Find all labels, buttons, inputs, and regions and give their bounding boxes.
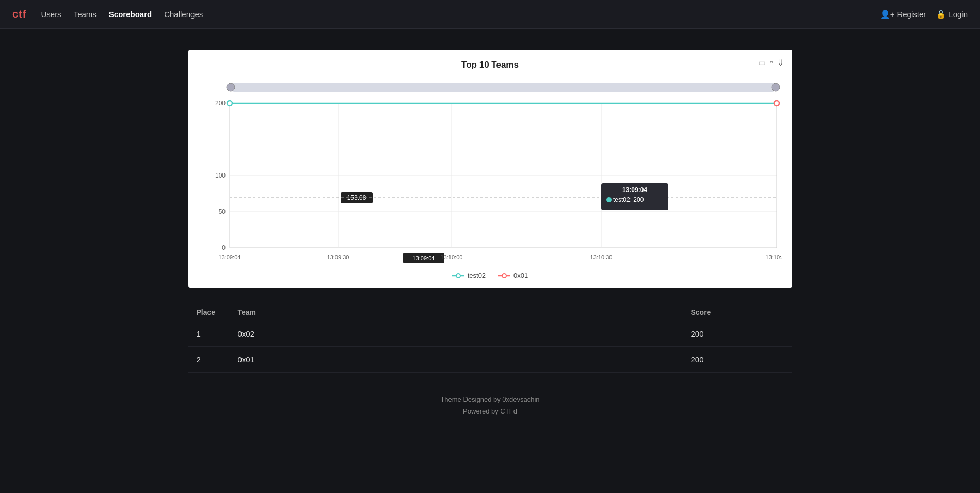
register-link[interactable]: 👤+ Register [880, 10, 926, 19]
svg-text:100: 100 [215, 172, 225, 179]
svg-text:50: 50 [218, 208, 226, 215]
svg-text:13:09:30: 13:09:30 [327, 254, 349, 260]
chart-legend: test02 0x01 [199, 272, 782, 279]
row1-team: 0x02 [238, 329, 691, 338]
svg-text:153.08: 153.08 [347, 194, 366, 201]
nav-teams[interactable]: Teams [74, 10, 97, 19]
register-icon: 👤+ [880, 10, 895, 19]
legend-test02-label: test02 [468, 272, 486, 279]
table-row[interactable]: 1 0x02 200 [188, 321, 792, 347]
svg-text:13:09:04: 13:09:04 [218, 254, 240, 260]
login-icon: 🔓 [936, 10, 946, 19]
legend-0x01-label: 0x01 [513, 272, 528, 279]
svg-point-19 [774, 101, 779, 106]
svg-text:13:10:50: 13:10:50 [765, 254, 781, 260]
svg-point-26 [606, 197, 612, 202]
chart-card: Top 10 Teams ▭ ▫ ⇓ [188, 50, 792, 288]
svg-point-36 [456, 274, 460, 278]
svg-text:13:09:04: 13:09:04 [412, 255, 435, 261]
footer-line1: Theme Designed by 0xdevsachin [440, 393, 539, 405]
col-score: Score [691, 308, 784, 316]
svg-text:13:10:00: 13:10:00 [440, 254, 462, 260]
legend-test02: test02 [452, 272, 486, 279]
svg-text:test02: 200: test02: 200 [613, 196, 644, 203]
svg-text:200: 200 [215, 100, 225, 107]
svg-text:0: 0 [222, 244, 226, 251]
footer-line2: Powered by CTFd [440, 405, 539, 417]
row2-team: 0x01 [238, 355, 691, 364]
nav-right: 👤+ Register 🔓 Login [880, 10, 968, 19]
chart-title: Top 10 Teams [199, 60, 782, 70]
table-row[interactable]: 2 0x01 200 [188, 347, 792, 373]
row1-score: 200 [691, 329, 784, 338]
login-link[interactable]: 🔓 Login [936, 10, 968, 19]
table-header: Place Team Score [188, 304, 792, 321]
svg-rect-21 [230, 83, 777, 92]
svg-point-22 [227, 83, 235, 91]
expand-icon[interactable]: ▭ [758, 58, 766, 68]
nav-links: Users Teams Scoreboard Challenges [41, 10, 203, 19]
legend-0x01-icon [498, 273, 510, 279]
footer: Theme Designed by 0xdevsachin Powered by… [440, 373, 539, 428]
row1-place: 1 [197, 329, 238, 338]
chart-controls: ▭ ▫ ⇓ [758, 58, 784, 68]
svg-point-17 [227, 101, 232, 106]
nav-challenges[interactable]: Challenges [164, 10, 203, 19]
row2-place: 2 [197, 355, 238, 364]
legend-0x01: 0x01 [498, 272, 528, 279]
nav-users[interactable]: Users [41, 10, 61, 19]
navbar: ctf Users Teams Scoreboard Challenges 👤+… [0, 0, 980, 29]
chart-area: 200 100 50 0 153.08 [199, 77, 782, 279]
main-content: Top 10 Teams ▭ ▫ ⇓ [0, 29, 980, 438]
scoreboard-table: Place Team Score 1 0x02 200 2 0x01 200 [188, 304, 792, 373]
col-team: Team [238, 308, 691, 316]
brand-logo[interactable]: ctf [12, 8, 26, 20]
chart-svg: 200 100 50 0 153.08 [199, 77, 782, 268]
row2-score: 200 [691, 355, 784, 364]
svg-point-23 [772, 83, 780, 91]
svg-text:13:09:04: 13:09:04 [622, 186, 647, 194]
fullscreen-icon[interactable]: ▫ [770, 58, 773, 68]
download-icon[interactable]: ⇓ [777, 58, 784, 68]
svg-text:13:10:30: 13:10:30 [590, 254, 612, 260]
svg-point-38 [502, 274, 506, 278]
nav-scoreboard[interactable]: Scoreboard [109, 10, 152, 19]
svg-rect-0 [199, 77, 782, 268]
legend-test02-icon [452, 273, 464, 279]
col-place: Place [197, 308, 238, 316]
